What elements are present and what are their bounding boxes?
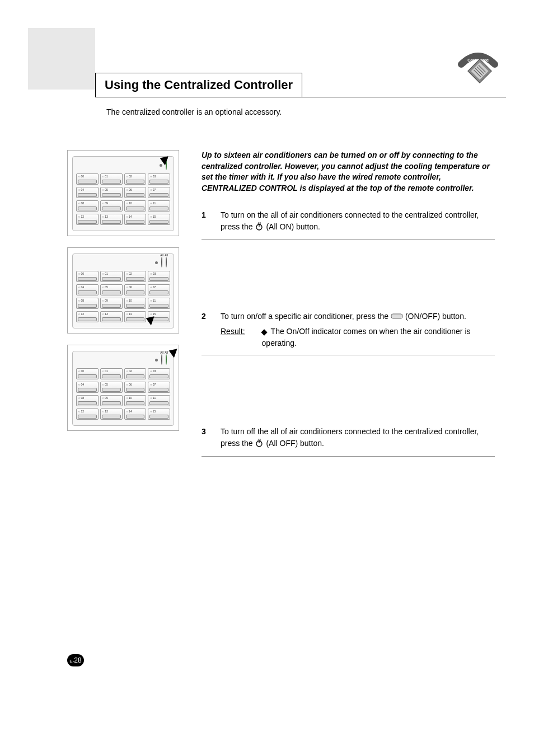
unit-number-label: ○ 06 [125,285,146,289]
unit-onoff-button-icon [126,304,145,308]
page-title: Using the Centralized Controller [95,73,302,97]
unit-onoff-button-icon [149,193,168,197]
instructions-column: Up to sixteen air conditioners can be tu… [202,150,506,457]
accessory-note: The centralized controller is an optiona… [106,107,506,116]
unit-number-label: ○ 11 [149,201,169,205]
power-led-icon [155,359,158,361]
unit-onoff-button-icon [102,180,121,184]
unit-number-label: ○ 09 [101,201,121,205]
unit-number-label: ○ 10 [125,299,146,302]
unit-onoff-button-icon [126,206,145,210]
unit-cell: ○ 13 [100,214,123,225]
unit-cell: ○ 13 [100,408,123,420]
step-text: (All OFF) button. [266,439,324,448]
unit-onoff-button-icon [149,206,168,210]
grid-row: ○ 00○ 01○ 02○ 03 [76,368,170,379]
document-page: Using the Centralized Controller Central… [0,0,534,756]
title-row: Using the Centralized Controller Central… [95,73,506,97]
page-number-badge: E-28 [67,654,84,666]
all-off-icon: All [255,438,264,450]
unit-cell: ○ 11 [148,395,170,406]
unit-onoff-button-icon [102,401,121,405]
unit-cell: ○ 05 [100,187,123,198]
unit-number-label: ○ 08 [77,396,97,400]
unit-onoff-button-icon [149,180,168,184]
unit-cell: ○ 14 [124,311,147,322]
unit-number-label: ○ 04 [77,188,97,191]
grid-row: ○ 12○ 13○ 14○ 15 [76,214,170,225]
unit-cell: ○ 10 [124,298,147,309]
unit-number-label: ○ 00 [77,272,97,275]
result-text: The On/Off indicator comes on when the a… [262,326,495,349]
device-illustrations-column: All ○ 00○ 01○ 02○ 03○ 04○ 05○ 06○ 07○ 08… [67,150,179,457]
unit-onoff-button-icon [126,317,145,321]
instruction-step: 2 To turn on/off a specific air conditio… [202,311,495,356]
unit-onoff-button-icon [126,180,145,184]
unit-number-label: ○ 13 [101,410,121,413]
unit-onoff-button-icon [149,415,168,419]
controller-diagram-all-off: All All ○ 00○ 01○ 02○ 03○ 04○ 05○ 06○ 07… [67,345,179,431]
unit-onoff-button-icon [102,374,121,378]
unit-cell: ○ 00 [76,368,99,379]
unit-number-label: ○ 05 [101,383,121,386]
unit-onoff-button-icon [102,388,121,392]
step-text: (ON/OFF) button. [405,312,466,321]
unit-cell: ○ 00 [76,173,99,185]
unit-number-label: ○ 07 [149,383,169,386]
instruction-step: 3 To turn off the all of air conditioner… [202,426,495,456]
unit-onoff-button-icon [126,220,145,224]
unit-cell: ○ 02 [124,368,147,379]
unit-cell: ○ 05 [100,284,123,295]
unit-number-label: ○ 06 [125,383,146,386]
unit-cell: ○ 04 [76,382,99,393]
unit-onoff-button-icon [78,415,97,419]
unit-number-label: ○ 12 [77,312,97,316]
unit-cell: ○ 11 [148,200,170,212]
unit-onoff-button-icon [78,220,97,224]
grid-row: ○ 08○ 09○ 10○ 11 [76,200,170,212]
unit-onoff-button-icon [149,388,168,392]
unit-cell: ○ 03 [148,368,170,379]
unit-number-label: ○ 14 [125,410,146,413]
result-label: Result: [221,326,245,349]
unit-onoff-button-icon [78,180,97,184]
unit-number-label: ○ 03 [149,369,169,373]
unit-cell: ○ 08 [76,200,99,212]
grid-row: ○ 00○ 01○ 02○ 03 [76,173,170,185]
unit-number-label: ○ 15 [149,410,169,413]
all-on-icon: All [255,222,264,234]
unit-number-label: ○ 04 [77,285,97,289]
unit-onoff-button-icon [126,290,145,294]
unit-number-label: ○ 02 [125,272,146,275]
unit-onoff-button-icon [102,415,121,419]
unit-onoff-button-icon [78,401,97,405]
grid-row: ○ 04○ 05○ 06○ 07 [76,382,170,393]
unit-cell: ○ 15 [148,408,170,420]
unit-cell: ○ 12 [76,408,99,420]
unit-number-label: ○ 11 [149,299,169,302]
unit-number-label: ○ 00 [77,175,97,178]
unit-number-label: ○ 05 [101,285,121,289]
unit-number-label: ○ 02 [125,369,146,373]
unit-cell: ○ 09 [100,200,123,212]
unit-number-label: ○ 01 [101,175,121,178]
unit-onoff-button-icon [78,277,97,281]
unit-onoff-button-icon [149,374,168,378]
unit-cell: ○ 08 [76,395,99,406]
unit-number-label: ○ 10 [125,396,146,400]
unit-cell: ○ 09 [100,298,123,309]
unit-cell: ○ 05 [100,382,123,393]
unit-number-label: ○ 05 [101,188,121,191]
unit-number-label: ○ 01 [101,272,121,275]
unit-onoff-button-icon [126,401,145,405]
two-column-layout: All ○ 00○ 01○ 02○ 03○ 04○ 05○ 06○ 07○ 08… [95,150,506,457]
unit-number-label: ○ 13 [101,215,121,218]
unit-number-label: ○ 14 [125,215,146,218]
unit-cell: ○ 06 [124,187,147,198]
power-led-icon [155,261,158,264]
unit-cell: ○ 10 [124,200,147,212]
step-body: To turn on the all of air conditioners c… [221,209,495,233]
unit-number-label: ○ 09 [101,299,121,302]
unit-cell: ○ 01 [100,368,123,379]
unit-onoff-button-icon [149,401,168,405]
